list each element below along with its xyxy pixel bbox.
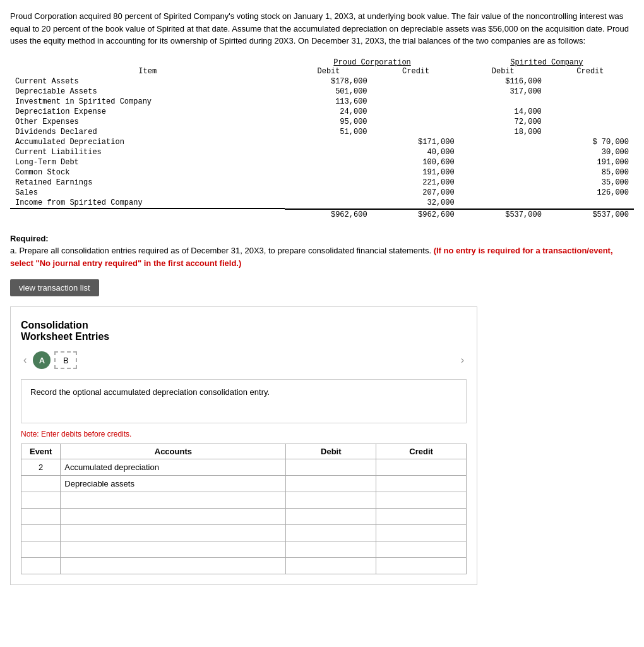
entry-credit[interactable]	[376, 525, 467, 541]
row-proud_debit	[285, 198, 372, 209]
event-col-header: Event	[21, 444, 61, 459]
entry-debit-input[interactable]	[290, 528, 372, 538]
row-spirited_debit: 317,000	[460, 87, 547, 97]
row-proud_debit	[285, 188, 372, 198]
entry-event: 2	[21, 459, 61, 476]
entry-credit-input[interactable]	[380, 512, 462, 521]
trial-balance-row: Accumulated Depreciation$171,000$ 70,000	[10, 137, 634, 147]
row-spirited_debit	[460, 137, 547, 147]
item-label: Item	[10, 67, 285, 76]
debit-col-header: Debit	[286, 444, 376, 459]
worksheet-container: Consolidation Worksheet Entries ‹ A B › …	[10, 306, 477, 585]
entry-credit-input[interactable]	[380, 528, 462, 538]
entry-debit[interactable]	[286, 525, 376, 541]
entry-credit-input[interactable]	[380, 561, 462, 571]
row-spirited_debit	[460, 178, 547, 188]
row-spirited_debit	[460, 147, 547, 157]
entry-account-input[interactable]	[64, 545, 282, 554]
row-proud_credit: 32,000	[373, 198, 460, 209]
proud-credit-header: Credit	[373, 67, 460, 76]
row-proud_debit: 51,000	[285, 127, 372, 137]
entry-credit-input[interactable]	[380, 545, 462, 554]
entry-account-input[interactable]	[64, 479, 282, 488]
entry-credit-input[interactable]	[380, 463, 462, 472]
entry-account[interactable]	[61, 509, 286, 525]
tab-a[interactable]: A	[33, 351, 51, 369]
entry-account[interactable]	[61, 492, 286, 509]
trial-balance-row: Depreciable Assets501,000317,000	[10, 87, 634, 97]
row-proud_debit	[285, 137, 372, 147]
row-spirited_debit	[460, 157, 547, 167]
row-spirited_debit	[460, 167, 547, 178]
entry-debit[interactable]	[286, 509, 376, 525]
entry-debit[interactable]	[286, 459, 376, 476]
row-proud_credit	[373, 107, 460, 117]
entry-credit[interactable]	[376, 509, 467, 525]
entry-credit[interactable]	[376, 541, 467, 558]
entry-row	[21, 492, 467, 509]
row-item: Depreciation Expense	[10, 107, 285, 117]
spirited-credit-header: Credit	[547, 67, 634, 76]
entry-account-input[interactable]	[64, 463, 282, 472]
entry-credit[interactable]	[376, 558, 467, 574]
row-item: Retained Earnings	[10, 178, 285, 188]
entry-debit[interactable]	[286, 541, 376, 558]
entry-debit[interactable]	[286, 558, 376, 574]
entry-account-input[interactable]	[64, 495, 282, 505]
entry-event	[21, 525, 61, 541]
row-proud_credit	[373, 97, 460, 107]
row-spirited_credit: 85,000	[547, 167, 634, 178]
entry-account[interactable]	[61, 541, 286, 558]
prev-tab-arrow[interactable]: ‹	[21, 354, 29, 366]
total-spirited_debit: $537,000	[460, 209, 547, 220]
trial-balance-row: Long-Term Debt100,600191,000	[10, 157, 634, 167]
row-spirited_debit	[460, 97, 547, 107]
entry-debit-input[interactable]	[290, 495, 372, 505]
row-proud_debit	[285, 147, 372, 157]
row-spirited_credit: 30,000	[547, 147, 634, 157]
entry-credit-input[interactable]	[380, 479, 462, 488]
row-item: Other Expenses	[10, 117, 285, 127]
entry-debit[interactable]	[286, 492, 376, 509]
row-spirited_credit: 191,000	[547, 157, 634, 167]
entry-credit[interactable]	[376, 492, 467, 509]
row-item: Sales	[10, 188, 285, 198]
trial-balance-row: Current Liabilities40,00030,000	[10, 147, 634, 157]
entry-account-input[interactable]	[64, 561, 282, 571]
row-item: Income from Spirited Company	[10, 198, 285, 209]
entry-debit-input[interactable]	[290, 479, 372, 488]
row-item: Dividends Declared	[10, 127, 285, 137]
entry-debit[interactable]	[286, 476, 376, 492]
row-proud_credit	[373, 87, 460, 97]
entry-account[interactable]	[61, 525, 286, 541]
entry-event	[21, 509, 61, 525]
row-spirited_credit	[547, 107, 634, 117]
view-transaction-button[interactable]: view transaction list	[10, 279, 99, 296]
row-proud_debit	[285, 157, 372, 167]
proud-debit-header: Debit	[285, 67, 372, 76]
tab-b[interactable]: B	[54, 351, 77, 369]
entry-event	[21, 541, 61, 558]
entry-account[interactable]	[61, 476, 286, 492]
next-tab-arrow[interactable]: ›	[458, 354, 467, 366]
entry-table: Event Accounts Debit Credit 2	[21, 444, 467, 574]
entry-debit-input[interactable]	[290, 512, 372, 521]
credit-col-header: Credit	[376, 444, 467, 459]
entry-debit-input[interactable]	[290, 545, 372, 554]
row-item: Common Stock	[10, 167, 285, 178]
entry-credit[interactable]	[376, 459, 467, 476]
entry-account-input[interactable]	[64, 512, 282, 521]
entry-account[interactable]	[61, 558, 286, 574]
entry-account-input[interactable]	[64, 528, 282, 538]
total-proud_debit: $962,600	[285, 209, 372, 220]
trial-balance-row: Income from Spirited Company32,000	[10, 198, 634, 209]
row-proud_debit: 24,000	[285, 107, 372, 117]
row-proud_credit: $171,000	[373, 137, 460, 147]
row-item: Investment in Spirited Company	[10, 97, 285, 107]
entry-account[interactable]	[61, 459, 286, 476]
entry-debit-input[interactable]	[290, 463, 372, 472]
trial-balance-row: Current Assets$178,000$116,000	[10, 76, 634, 87]
entry-debit-input[interactable]	[290, 561, 372, 571]
entry-credit[interactable]	[376, 476, 467, 492]
entry-credit-input[interactable]	[380, 495, 462, 505]
